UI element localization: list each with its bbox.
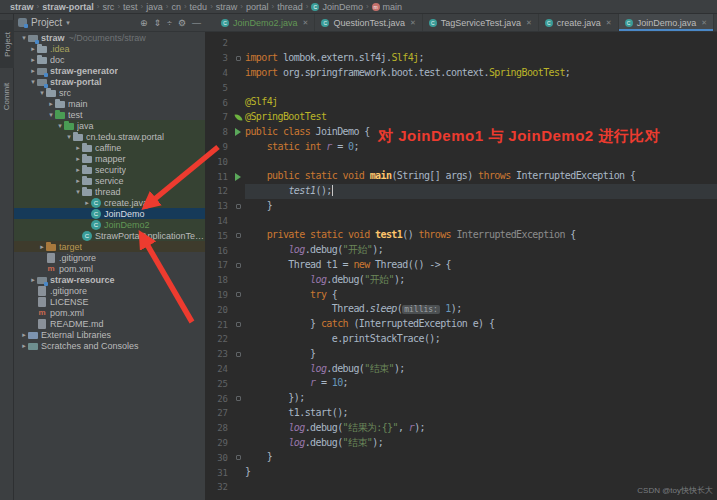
breadcrumb-item-src[interactable]: src — [100, 2, 116, 12]
chevron-expanded-icon[interactable]: ▾ — [38, 89, 46, 97]
tree-item-readme-md[interactable]: README.md — [14, 318, 205, 329]
tree-item-gitignore[interactable]: .gitignore — [14, 252, 205, 263]
run-icon[interactable] — [235, 173, 241, 181]
tree-item-thread[interactable]: ▾thread — [14, 186, 205, 197]
code-line-10[interactable]: 10 — [205, 154, 717, 169]
run-icon[interactable] — [235, 128, 241, 136]
fold-icon[interactable] — [236, 233, 241, 238]
close-tab-icon[interactable]: ✕ — [410, 19, 416, 27]
fold-icon[interactable] — [236, 322, 241, 327]
breadcrumb-item-test[interactable]: test — [121, 2, 140, 12]
breadcrumb-item-java[interactable]: java — [144, 2, 165, 12]
chevron-collapsed-icon[interactable]: ▸ — [29, 67, 37, 75]
code-line-11[interactable]: 11 public static void main(String[] args… — [205, 169, 717, 184]
chevron-collapsed-icon[interactable]: ▸ — [74, 155, 82, 163]
chevron-collapsed-icon[interactable]: ▸ — [29, 56, 37, 64]
code-line-7[interactable]: 7@SpringBootTest — [205, 110, 717, 125]
code-line-15[interactable]: 15 private static void test1() throws In… — [205, 228, 717, 243]
tree-item-pom-xml[interactable]: mpom.xml — [14, 263, 205, 274]
code-line-6[interactable]: 6@Slf4j — [205, 95, 717, 110]
settings-icon[interactable]: ⚙ — [178, 18, 186, 28]
code-line-22[interactable]: 22 e.printStackTrace(); — [205, 332, 717, 347]
breadcrumb-item-tedu[interactable]: tedu — [188, 2, 210, 12]
breadcrumb-item-cn[interactable]: cn — [169, 2, 183, 12]
chevron-collapsed-icon[interactable]: ▸ — [29, 45, 37, 53]
locate-file-icon[interactable]: ⊕ — [140, 18, 148, 28]
tree-item-security[interactable]: ▸security — [14, 164, 205, 175]
fold-icon[interactable] — [236, 455, 241, 460]
tree-item-straw[interactable]: ▾straw~/Documents/straw — [14, 32, 205, 43]
tree-item-gitignore[interactable]: .gitignore — [14, 285, 205, 296]
editor-tab-joindemo2-java[interactable]: CJoinDemo2.java✕ — [215, 14, 315, 31]
breadcrumb-item-main[interactable]: mmain — [370, 2, 405, 12]
breadcrumb-item-straw-portal[interactable]: straw-portal — [40, 2, 96, 12]
editor-tab-tagservicetest-java[interactable]: CTagServiceTest.java✕ — [423, 14, 539, 31]
code-line-20[interactable]: 20 Thread.sleep(millis: 1); — [205, 302, 717, 317]
code-line-25[interactable]: 25 r = 10; — [205, 376, 717, 391]
hide-panel-icon[interactable]: ― — [192, 18, 201, 28]
tool-strip-tab-commit[interactable]: Commit — [0, 72, 14, 120]
fold-icon[interactable] — [236, 396, 241, 401]
tree-item-doc[interactable]: ▸doc — [14, 54, 205, 65]
chevron-collapsed-icon[interactable]: ▸ — [20, 342, 28, 350]
fold-icon[interactable] — [236, 56, 241, 61]
breadcrumb-item-joindemo[interactable]: CJoinDemo — [309, 2, 365, 12]
chevron-collapsed-icon[interactable]: ▸ — [20, 331, 28, 339]
tree-item-straw-generator[interactable]: ▸straw-generator — [14, 65, 205, 76]
tree-item-scratches-and-consoles[interactable]: ▸Scratches and Consoles — [14, 340, 205, 351]
tree-item-cn-tedu-straw-portal[interactable]: ▾cn.tedu.straw.portal — [14, 131, 205, 142]
breadcrumb-item-straw[interactable]: straw — [8, 2, 36, 12]
code-line-14[interactable]: 14 — [205, 214, 717, 229]
chevron-expanded-icon[interactable]: ▾ — [29, 78, 37, 86]
tree-item-pom-xml[interactable]: mpom.xml — [14, 307, 205, 318]
code-line-24[interactable]: 24 log.debug("结束"); — [205, 362, 717, 377]
code-line-31[interactable]: 31} — [205, 465, 717, 480]
tree-item-mapper[interactable]: ▸mapper — [14, 153, 205, 164]
close-tab-icon[interactable]: ✕ — [701, 19, 707, 27]
chevron-expanded-icon[interactable]: ▾ — [47, 111, 55, 119]
expand-all-icon[interactable]: ⇕ — [153, 18, 161, 28]
editor-tab-create-java[interactable]: Ccreate.java✕ — [539, 14, 619, 31]
fold-icon[interactable] — [236, 352, 241, 357]
tree-item-idea[interactable]: ▸.idea — [14, 43, 205, 54]
code-line-27[interactable]: 27 t1.start(); — [205, 406, 717, 421]
close-tab-icon[interactable]: ✕ — [526, 19, 532, 27]
code-line-5[interactable]: 5 — [205, 80, 717, 95]
close-tab-icon[interactable]: ✕ — [606, 19, 612, 27]
tree-item-main[interactable]: ▸main — [14, 98, 205, 109]
chevron-expanded-icon[interactable]: ▾ — [56, 122, 64, 130]
code-line-3[interactable]: 3import lombok.extern.slf4j.Slf4j; — [205, 51, 717, 66]
code-line-26[interactable]: 26 }); — [205, 391, 717, 406]
chevron-expanded-icon[interactable]: ▾ — [74, 188, 82, 196]
code-line-13[interactable]: 13 } — [205, 199, 717, 214]
code-editor[interactable]: 23import lombok.extern.slf4j.Slf4j;4impo… — [205, 32, 717, 500]
code-line-23[interactable]: 23 } — [205, 347, 717, 362]
code-line-2[interactable]: 2 — [205, 36, 717, 51]
code-line-30[interactable]: 30 } — [205, 450, 717, 465]
editor-tab-questiontest-java[interactable]: CQuestionTest.java✕ — [315, 14, 422, 31]
tool-strip-tab-project[interactable]: Project — [0, 20, 14, 68]
chevron-collapsed-icon[interactable]: ▸ — [74, 144, 82, 152]
tree-item-create-java[interactable]: ▸Ccreate.java — [14, 197, 205, 208]
fold-icon[interactable] — [236, 292, 241, 297]
code-line-18[interactable]: 18 log.debug("开始"); — [205, 273, 717, 288]
breadcrumb-item-portal[interactable]: portal — [244, 2, 271, 12]
code-line-12[interactable]: 12 test1(); — [205, 184, 717, 199]
fold-icon[interactable] — [236, 204, 241, 209]
chevron-collapsed-icon[interactable]: ▸ — [38, 243, 46, 251]
chevron-expanded-icon[interactable]: ▾ — [20, 34, 28, 42]
chevron-collapsed-icon[interactable]: ▸ — [29, 276, 37, 284]
code-line-19[interactable]: 19 try { — [205, 288, 717, 303]
tree-item-java[interactable]: ▾java — [14, 120, 205, 131]
tree-item-straw-resource[interactable]: ▸straw-resource — [14, 274, 205, 285]
tree-item-straw-portal[interactable]: ▾straw-portal — [14, 76, 205, 87]
breadcrumb-item-thread[interactable]: thread — [275, 2, 305, 12]
tree-item-service[interactable]: ▸service — [14, 175, 205, 186]
tree-item-license[interactable]: LICENSE — [14, 296, 205, 307]
close-tab-icon[interactable]: ✕ — [303, 19, 309, 27]
project-panel-title[interactable]: Project — [31, 17, 62, 28]
tree-item-test[interactable]: ▾test — [14, 109, 205, 120]
chevron-down-icon[interactable]: ▾ — [66, 19, 70, 27]
fold-icon[interactable] — [236, 263, 241, 268]
chevron-collapsed-icon[interactable]: ▸ — [83, 199, 91, 207]
